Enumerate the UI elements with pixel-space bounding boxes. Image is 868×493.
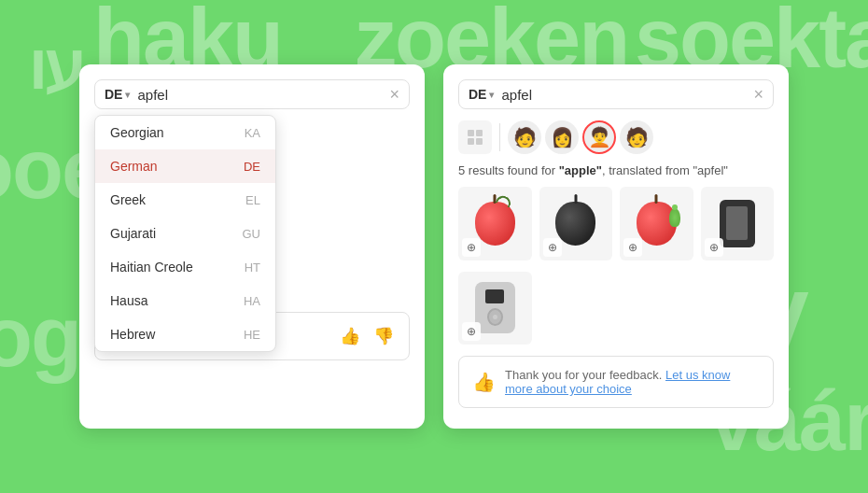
right-lang-chevron: ▾ xyxy=(489,90,494,100)
right-zoom-3[interactable]: ⊕ xyxy=(623,238,642,257)
right-img-cell-1: ⊕ xyxy=(458,187,532,261)
dropdown-item-greek[interactable]: Greek EL xyxy=(95,183,275,217)
right-tablet-img xyxy=(720,200,755,247)
thumbs-up-button[interactable]: 👍 xyxy=(338,324,362,348)
grid-view-icon[interactable] xyxy=(458,120,492,154)
dropdown-item-hausa[interactable]: Hausa HA xyxy=(95,284,275,317)
left-clear-button[interactable]: × xyxy=(389,86,399,103)
right-zoom-5[interactable]: ⊕ xyxy=(462,322,481,341)
red-apple-img xyxy=(475,202,515,246)
right-lang-selector[interactable]: DE ▾ xyxy=(469,87,494,102)
avatar-person-4[interactable]: 🧑 xyxy=(620,120,653,154)
svg-rect-0 xyxy=(468,130,474,136)
svg-rect-3 xyxy=(476,138,483,145)
black-apple-img xyxy=(555,202,595,246)
avatar-strip: 🧑 👩 🧑‍🦱 🧑 xyxy=(458,120,774,154)
dropdown-item-german[interactable]: German DE xyxy=(95,149,275,183)
results-count-prefix: 5 results found for xyxy=(458,163,559,177)
right-img-cell-3: ⊕ xyxy=(620,187,693,261)
right-image-grid-row2: ⊕ xyxy=(458,272,774,345)
right-zoom-4[interactable]: ⊕ xyxy=(705,238,723,257)
right-zoom-2[interactable]: ⊕ xyxy=(543,238,562,257)
ipod-img xyxy=(475,282,515,333)
dropdown-item-georgian[interactable]: Georgian KA xyxy=(95,116,275,149)
right-panel: DE ▾ apfel × 🧑 👩 🧑‍🦱 🧑 xyxy=(443,64,789,429)
avatar-separator xyxy=(499,123,500,151)
right-clear-button[interactable]: × xyxy=(753,86,763,103)
avatar-person-2[interactable]: 👩 xyxy=(545,120,579,154)
ipod-screen xyxy=(485,289,504,303)
right-zoom-1[interactable]: ⊕ xyxy=(462,238,481,257)
left-lang-chevron: ▾ xyxy=(125,90,130,100)
right-image-grid: ⊕ ⊕ ⊕ ⊕ xyxy=(458,187,774,261)
language-dropdown: Georgian KA German DE Greek EL Gujarati … xyxy=(94,115,276,352)
feedback-thanks: Thank you for your feedback. xyxy=(505,368,665,382)
thumbs-down-button[interactable]: 👎 xyxy=(371,324,396,348)
dropdown-item-hebrew[interactable]: Hebrew HE xyxy=(95,317,275,351)
right-feedback-text: Thank you for your feedback. Let us know… xyxy=(505,368,760,396)
results-suffix: , translated from "apfel" xyxy=(602,163,728,177)
left-lang-selector[interactable]: DE ▾ xyxy=(105,87,130,102)
svg-rect-2 xyxy=(468,138,474,145)
ipod-wheel xyxy=(487,308,503,326)
left-search-bar: DE ▾ apfel × xyxy=(94,79,410,109)
avatar-person-1[interactable]: 🧑 xyxy=(508,120,541,154)
right-search-bar: DE ▾ apfel × xyxy=(458,79,774,109)
right-search-input[interactable]: apfel xyxy=(501,87,746,103)
results-word: "apple" xyxy=(559,163,602,177)
feedback-thumb-icon: 👍 xyxy=(472,371,496,393)
right-worm-apple-img xyxy=(637,202,677,246)
left-panel: DE ▾ apfel × Georgian KA German DE Greek… xyxy=(79,64,425,429)
dropdown-item-gujarati[interactable]: Gujarati GU xyxy=(95,217,275,250)
right-feedback-bar: 👍 Thank you for your feedback. Let us kn… xyxy=(458,356,774,408)
left-lang-code: DE xyxy=(105,87,122,102)
right-img-cell-2: ⊕ xyxy=(539,187,613,261)
right-lang-code: DE xyxy=(469,87,486,102)
dropdown-item-haitian-creole[interactable]: Haitian Creole HT xyxy=(95,250,275,284)
svg-rect-1 xyxy=(476,130,483,136)
avatar-person-3[interactable]: 🧑‍🦱 xyxy=(582,120,616,154)
right-img-cell-4: ⊕ xyxy=(701,187,775,261)
main-container: DE ▾ apfel × Georgian KA German DE Greek… xyxy=(0,0,868,493)
right-img-cell-5: ⊕ xyxy=(458,272,532,345)
left-search-input[interactable]: apfel xyxy=(137,87,382,103)
right-results-text: 5 results found for "apple", translated … xyxy=(458,163,774,177)
